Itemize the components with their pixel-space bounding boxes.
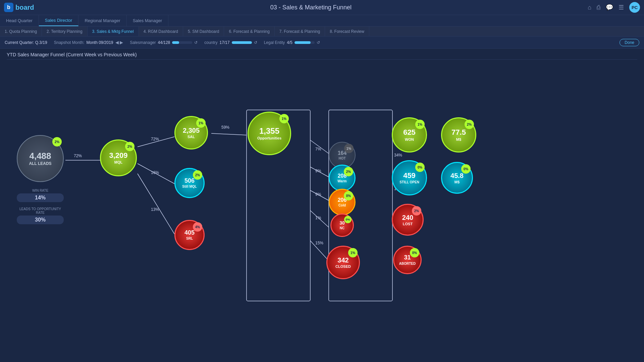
snapshot-filter[interactable]: Snapshot Month: Month 09/2019 ◀ ▶ xyxy=(54,40,123,45)
lost-value: 240 xyxy=(402,214,413,221)
win-rate-value: 14% xyxy=(17,193,64,202)
closed-node[interactable]: 1% 342 CLOSED xyxy=(326,246,360,279)
top-icons: ⌂ ⎙ 💬 ☰ PC xyxy=(588,2,640,13)
nav-tab2-3[interactable]: 3. Sales & Mktg Funnel xyxy=(88,26,139,36)
opportunities-value: 1,355 xyxy=(259,127,279,135)
nav-tab2-8[interactable]: 8. Forecast Review xyxy=(325,26,369,36)
still-open-ms-node[interactable]: 0% 45.8 M$ xyxy=(441,162,473,194)
snapshot-arrows[interactable]: ◀ ▶ xyxy=(115,40,123,45)
done-button[interactable]: Done xyxy=(620,39,639,46)
home-icon[interactable]: ⌂ xyxy=(588,4,591,11)
leads-to-opp-value: 30% xyxy=(17,216,64,224)
label-opp-nc: 1% xyxy=(315,216,321,220)
legal-progress-fill xyxy=(294,41,311,44)
country-filter[interactable]: country 17/17 ↺ xyxy=(204,40,257,45)
label-opp-cold: 9% xyxy=(315,192,321,197)
lost-badge: 2% xyxy=(412,206,421,216)
won-ms-badge: 2% xyxy=(465,120,474,129)
still-open-ms-badge: 0% xyxy=(461,164,471,174)
hot-badge: 1% xyxy=(344,144,354,153)
win-rate-container: WIN RATE 14% xyxy=(17,189,64,202)
legal-progress xyxy=(294,41,315,44)
won-node[interactable]: 1% 625 WON xyxy=(392,117,427,153)
still-open-label: STILL OPEN xyxy=(399,180,419,184)
opportunities-node[interactable]: 1% 1,355 Opportunities xyxy=(248,112,291,155)
lost-node[interactable]: 2% 240 LOST xyxy=(392,204,424,236)
nav-tab2-6[interactable]: 6. Forecast & Planning xyxy=(224,26,274,36)
still-mql-node[interactable]: 2% 506 Still MQL xyxy=(174,168,205,198)
nav-tab1-sd[interactable]: Sales Director xyxy=(39,15,79,26)
still-open-badge: 0% xyxy=(415,163,425,172)
still-mql-value: 506 xyxy=(184,178,195,184)
nav-tab1-hq[interactable]: Head Quarter xyxy=(0,15,39,26)
page-title: 03 - Sales & Marketing Funnel xyxy=(34,4,588,11)
board-logo: b board xyxy=(4,3,34,12)
mql-node[interactable]: 2% 3,209 MQL xyxy=(100,139,137,176)
top-bar: b board 03 - Sales & Marketing Funnel ⌂ … xyxy=(0,0,644,15)
nav-row2: 1. Quota Planning 2. Territory Planning … xyxy=(0,26,644,37)
snapshot-label: Snapshot Month: xyxy=(54,40,85,45)
nav-tab2-5[interactable]: 5. SM Dashboard xyxy=(183,26,224,36)
user-avatar[interactable]: PC xyxy=(629,2,640,13)
srl-value: 405 xyxy=(184,230,195,236)
srl-node[interactable]: 4% 405 SRL xyxy=(174,220,205,250)
nc-value: 30 xyxy=(339,221,345,226)
hot-label: HOT xyxy=(338,157,345,160)
salesmanager-value: 44/128 xyxy=(158,40,170,45)
warm-label: Warm xyxy=(337,179,346,183)
cold-node[interactable]: 0% 206 Cold xyxy=(329,189,356,216)
chat-icon[interactable]: 💬 xyxy=(606,4,613,11)
filter-bar: Current Quarter: Q.3/19 Snapshot Month: … xyxy=(0,37,644,49)
nav-tab2-2[interactable]: 2. Territory Planning xyxy=(42,26,88,36)
legal-refresh[interactable]: ↺ xyxy=(317,40,320,45)
sal-node[interactable]: 1% 2,305 SAL xyxy=(174,116,208,149)
warm-badge: 2% xyxy=(344,167,353,176)
salesmanager-progress xyxy=(172,41,192,44)
print-icon[interactable]: ⎙ xyxy=(597,4,600,11)
menu-icon[interactable]: ☰ xyxy=(619,4,624,11)
label-leads-mql: 72% xyxy=(74,154,82,158)
win-rate-title: WIN RATE xyxy=(17,189,64,192)
legal-label: Legal Entity xyxy=(264,40,285,45)
label-mql-sal: 72% xyxy=(151,137,159,141)
label-opp-stillopen: 34% xyxy=(394,153,402,158)
nav-tab1-sm[interactable]: Sales Manager xyxy=(127,15,168,26)
sal-value: 2,305 xyxy=(183,127,200,134)
warm-node[interactable]: 2% 208 Warm xyxy=(329,165,356,191)
salesmanager-refresh[interactable]: ↺ xyxy=(194,40,198,45)
aborted-node[interactable]: 0% 31 ABORTED xyxy=(393,246,422,274)
nav-tab2-1[interactable]: 1. Quota Planning xyxy=(0,26,42,36)
quarter-value: Current Quarter: Q.3/19 xyxy=(5,40,47,45)
mql-label: MQL xyxy=(114,160,122,164)
still-mql-label: Still MQL xyxy=(182,185,197,188)
closed-label: CLOSED xyxy=(335,264,351,268)
country-progress xyxy=(232,41,252,44)
country-refresh[interactable]: ↺ xyxy=(254,40,257,45)
nav-tab2-4[interactable]: 4. RGM Dashboard xyxy=(139,26,183,36)
aborted-badge: 0% xyxy=(410,248,419,257)
legal-filter[interactable]: Legal Entity 4/5 ↺ xyxy=(264,40,320,45)
all-leads-value: 4,488 xyxy=(29,151,51,161)
closed-value: 342 xyxy=(337,256,348,264)
nav-tab2-7[interactable]: 7. Forecast & Planning xyxy=(275,26,325,36)
svg-line-4 xyxy=(211,133,247,135)
nc-node[interactable]: 0% 30 NC xyxy=(330,214,354,237)
lost-label: LOST xyxy=(403,222,413,226)
chart-area: YTD Sales Manager Funnel (Current Week v… xyxy=(0,49,644,362)
still-open-node[interactable]: 0% 459 STILL OPEN xyxy=(392,160,427,195)
still-open-ms-label: M$ xyxy=(454,180,460,184)
salesmanager-filter[interactable]: Salesmanager 44/128 ↺ xyxy=(130,40,198,45)
nav-row1: Head Quarter Sales Director Regional Man… xyxy=(0,15,644,26)
all-leads-node[interactable]: 2% 4,488 ALL LEADS xyxy=(17,135,64,182)
label-opp-hot: 7% xyxy=(315,147,321,152)
nav-tab1-rm[interactable]: Regional Manager xyxy=(78,15,126,26)
chart-title: YTD Sales Manager Funnel (Current Week v… xyxy=(7,52,637,60)
logo-b-icon: b xyxy=(4,3,13,12)
leads-to-opp-title: LEADS TO OPPORTUNITY RATE xyxy=(17,207,64,215)
won-value: 625 xyxy=(403,128,416,136)
country-label: country xyxy=(204,40,217,45)
won-ms-node[interactable]: 2% 77.5 M$ xyxy=(441,117,476,153)
won-ms-value: 77.5 xyxy=(451,128,466,136)
still-open-value: 459 xyxy=(403,172,416,180)
won-ms-label: M$ xyxy=(456,137,461,141)
